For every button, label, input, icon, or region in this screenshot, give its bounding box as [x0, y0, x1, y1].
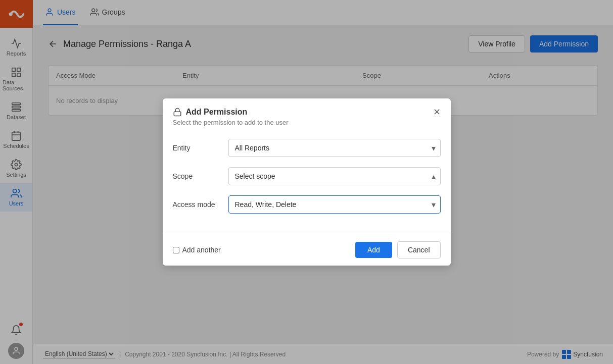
- modal-close-button[interactable]: ✕: [433, 108, 441, 117]
- add-permission-modal: Add Permission Select the permission to …: [163, 98, 451, 266]
- entity-control: All Reports Specific Report ▾: [228, 139, 441, 157]
- modal-body: Entity All Reports Specific Report ▾ Sco…: [163, 131, 451, 234]
- add-another-label[interactable]: Add another: [182, 246, 221, 254]
- modal-title: Add Permission: [173, 108, 289, 117]
- modal-title-area: Add Permission Select the permission to …: [173, 108, 289, 126]
- modal-footer: Add another Add Cancel: [163, 234, 451, 266]
- permission-icon: [173, 108, 182, 117]
- scope-control: Select scope ▴: [228, 167, 441, 185]
- modal-subtitle: Select the permission to add to the user: [173, 119, 289, 126]
- entity-select[interactable]: All Reports Specific Report: [228, 139, 441, 157]
- cancel-button[interactable]: Cancel: [397, 241, 441, 258]
- access-mode-control: Read, Write, Delete Read Write Delete ▾: [228, 195, 441, 214]
- access-mode-select[interactable]: Read, Write, Delete Read Write Delete: [228, 195, 441, 214]
- modal-overlay: Add Permission Select the permission to …: [0, 0, 613, 364]
- scope-label: Scope: [173, 172, 228, 180]
- scope-row: Scope Select scope ▴: [173, 167, 441, 185]
- svg-rect-18: [174, 112, 181, 116]
- entity-row: Entity All Reports Specific Report ▾: [173, 139, 441, 157]
- scope-select[interactable]: Select scope: [228, 167, 441, 185]
- access-mode-row: Access mode Read, Write, Delete Read Wri…: [173, 195, 441, 214]
- access-mode-label: Access mode: [173, 200, 228, 209]
- add-button[interactable]: Add: [355, 242, 392, 258]
- add-another-row: Add another: [173, 246, 221, 254]
- add-another-checkbox[interactable]: [173, 247, 179, 253]
- entity-label: Entity: [173, 144, 228, 152]
- modal-header: Add Permission Select the permission to …: [163, 98, 451, 131]
